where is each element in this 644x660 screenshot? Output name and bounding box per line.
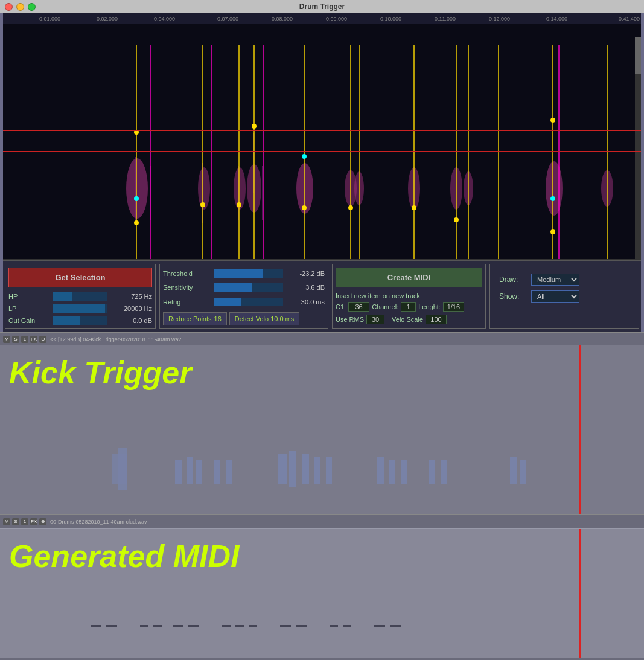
- detect-velo-button[interactable]: Detect Velo 10.0 ms: [229, 312, 299, 325]
- retrig-slider[interactable]: [214, 298, 283, 306]
- midi-note: [235, 625, 244, 627]
- plugin-window: 0:01.000 0:02.000 0:04.000 0:07.000 0:08…: [3, 13, 641, 332]
- midi-fx-icon[interactable]: FX: [30, 518, 37, 525]
- right-scrollbar[interactable]: [635, 37, 641, 260]
- sensitivity-row: Sensitivity 3.6 dB: [163, 283, 325, 292]
- midi-note: [173, 625, 183, 627]
- trigger-line: [468, 45, 469, 259]
- svg-rect-32: [401, 460, 407, 484]
- threshold-value: -23.2 dB: [285, 270, 325, 277]
- controls-area: Get Selection HP 725 Hz LP 20000 Hz Out …: [3, 260, 641, 332]
- svg-rect-26: [289, 451, 296, 487]
- length-label: Lenght:: [418, 303, 441, 310]
- record-icon[interactable]: 1: [21, 336, 28, 343]
- env-icon[interactable]: ⊕: [39, 336, 46, 343]
- trigger-line: [350, 45, 351, 259]
- trigger-line: [263, 45, 264, 259]
- midi-env-icon[interactable]: ⊕: [39, 518, 46, 525]
- channel-field[interactable]: [401, 302, 416, 312]
- show-label: Show:: [499, 292, 526, 301]
- trigger-dot: [550, 118, 555, 123]
- hp-slider[interactable]: [53, 292, 107, 301]
- trigger-dot: [302, 205, 307, 210]
- insert-row: Insert new item on new track: [336, 292, 482, 300]
- svg-rect-21: [187, 457, 193, 484]
- kick-track-info: << [+2.99dB] 04-Kick Trigger-05282018_11…: [50, 336, 181, 342]
- svg-rect-33: [429, 460, 435, 484]
- window-title: Drum Trigger: [299, 2, 345, 11]
- velo-scale-field[interactable]: [426, 315, 447, 324]
- trigger-line: [359, 45, 360, 259]
- sensitivity-slider[interactable]: [214, 283, 283, 292]
- sensitivity-label: Sensitivity: [163, 284, 211, 291]
- lp-row: LP 20000 Hz: [8, 304, 152, 313]
- midi-note: [188, 625, 199, 627]
- trigger-line: [150, 45, 151, 259]
- trigger-dot: [348, 205, 353, 210]
- threshold-row: Threshold -23.2 dB: [163, 269, 325, 278]
- svg-rect-36: [520, 460, 526, 484]
- midi-solo-icon[interactable]: S: [12, 518, 19, 525]
- midi-note: [280, 625, 291, 627]
- svg-rect-23: [214, 460, 220, 484]
- bottom-bar: M S 1 FX ⊕ 00-Drums-05282010_11-40am clu…: [0, 658, 644, 660]
- midi-settings-row1: C1: Channel: Lenght:: [336, 302, 482, 312]
- midi-generated-area: Generated MIDI: [0, 528, 644, 658]
- show-row: Show: All Peaks None: [499, 290, 630, 303]
- create-midi-button[interactable]: Create MIDI: [336, 268, 482, 287]
- svg-rect-31: [389, 460, 395, 484]
- midi-record-icon[interactable]: 1: [21, 518, 28, 525]
- scrollbar-thumb[interactable]: [635, 37, 641, 74]
- trigger-dot: [550, 229, 555, 234]
- midi-note: [249, 625, 257, 627]
- reduce-points-button[interactable]: Reduce Points 16: [163, 312, 227, 325]
- window-controls[interactable]: [5, 3, 36, 11]
- get-selection-button[interactable]: Get Selection: [8, 268, 152, 287]
- midi-note: [296, 625, 307, 627]
- retrig-value: 30.0 ms: [285, 298, 325, 306]
- threshold-line-lower: [3, 151, 641, 152]
- use-rms-field[interactable]: [366, 315, 384, 324]
- solo-icon[interactable]: S: [12, 336, 19, 343]
- fx-icon[interactable]: FX: [30, 336, 37, 343]
- trigger-line: [253, 45, 255, 259]
- playhead-kick: [579, 345, 581, 514]
- sensitivity-value: 3.6 dB: [285, 284, 325, 291]
- svg-rect-19: [118, 448, 127, 490]
- svg-rect-22: [196, 460, 202, 484]
- kick-waveform-svg: [0, 430, 579, 502]
- show-select[interactable]: All Peaks None: [531, 290, 579, 303]
- svg-point-6: [126, 158, 148, 219]
- trigger-dot: [252, 124, 257, 129]
- trigger-line: [304, 45, 305, 259]
- midi-note: [390, 625, 401, 627]
- bottom-buttons-row: Reduce Points 16 Detect Velo 10.0 ms: [163, 312, 325, 325]
- trigger-line: [552, 45, 553, 259]
- midi-mute-icon[interactable]: M: [3, 518, 10, 525]
- midi-note: [222, 625, 231, 627]
- out-gain-row: Out Gain 0.0 dB: [8, 316, 152, 325]
- maximize-button[interactable]: [28, 3, 36, 11]
- midi-note: [374, 625, 385, 627]
- svg-rect-35: [510, 457, 517, 484]
- svg-rect-28: [314, 457, 320, 484]
- midi-note: [106, 625, 117, 627]
- midi-note: [91, 625, 101, 627]
- section-get-selection: Get Selection HP 725 Hz LP 20000 Hz Out …: [5, 264, 156, 329]
- svg-rect-34: [441, 460, 447, 484]
- threshold-slider[interactable]: [214, 269, 283, 278]
- midi-track-header: M S 1 FX ⊕ 00-Drums-05282010_11-40am clu…: [0, 514, 644, 528]
- minimize-button[interactable]: [16, 3, 24, 11]
- c1-field[interactable]: [348, 302, 369, 312]
- daw-container: M S 1 FX ⊕ << [+2.99dB] 04-Kick Trigger-…: [0, 332, 644, 660]
- kick-trigger-area: Kick Trigger: [0, 345, 644, 514]
- length-field[interactable]: [443, 302, 464, 312]
- trigger-line: [211, 45, 212, 259]
- out-gain-slider[interactable]: [53, 316, 107, 325]
- threshold-label: Threshold: [163, 270, 211, 277]
- mute-icon[interactable]: M: [3, 336, 10, 343]
- lp-slider[interactable]: [53, 304, 107, 313]
- draw-select[interactable]: Medium Small Large: [531, 274, 579, 286]
- close-button[interactable]: [5, 3, 13, 11]
- trigger-dot: [237, 202, 241, 207]
